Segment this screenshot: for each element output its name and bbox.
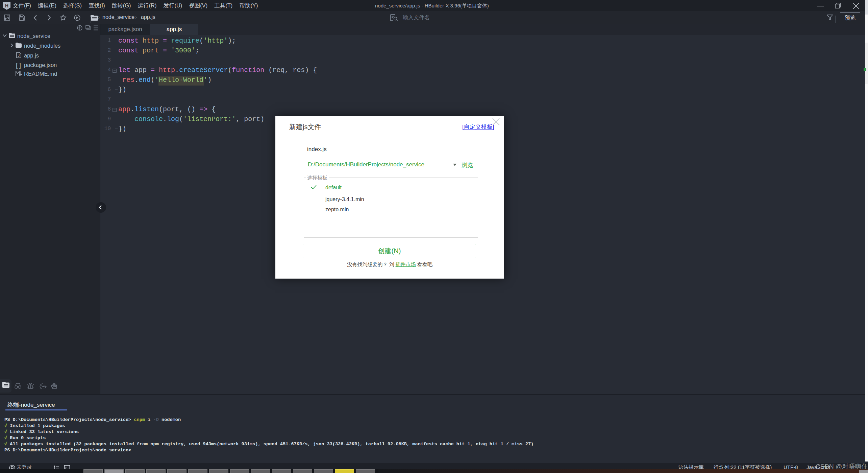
svg-text:H: H [5, 3, 8, 8]
svg-text:J: J [18, 54, 20, 57]
